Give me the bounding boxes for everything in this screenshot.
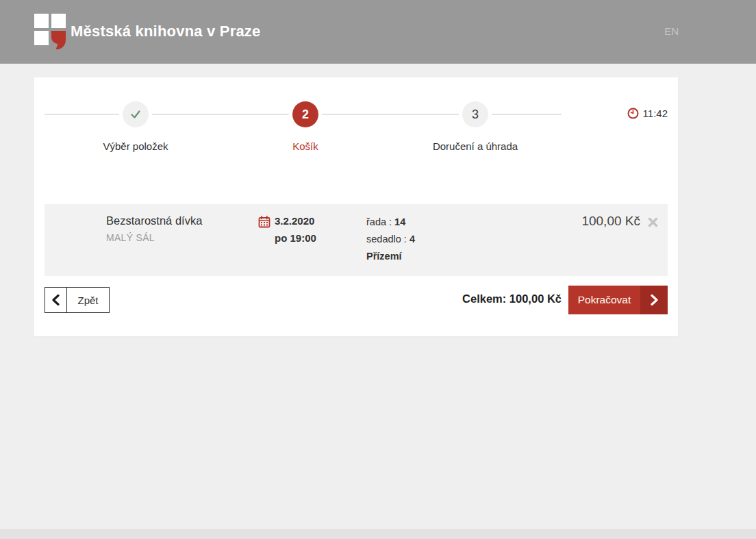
item-time: po 19:00 [275, 232, 316, 244]
checkout-card: 2 3 Výběr položek Košík Doručení a úhrad… [34, 77, 678, 336]
calendar-icon [258, 216, 270, 228]
step-2-label[interactable]: Košík [223, 140, 388, 152]
item-titles: Bezstarostná dívka MALÝ SÁL [106, 214, 202, 243]
chevron-right-icon [640, 286, 668, 314]
cart-item-row: Bezstarostná dívka MALÝ SÁL 3.2.2020 po … [45, 204, 668, 276]
library-logo-icon [34, 14, 67, 49]
back-button-label: Zpět [67, 288, 109, 312]
item-price: 100,00 Kč [581, 214, 640, 229]
continue-button[interactable]: Pokračovat [568, 286, 668, 314]
cart-total: Celkem: 100,00 Kč [462, 292, 562, 305]
back-button[interactable]: Zpět [45, 287, 110, 313]
item-seat-number: sedadlo : 4 [366, 231, 415, 248]
remove-item-button[interactable] [646, 216, 659, 228]
clock-icon [627, 108, 639, 119]
check-icon [129, 108, 142, 121]
step-2-number: 2 [302, 108, 309, 122]
continue-button-label: Pokračovat [568, 286, 640, 314]
language-link[interactable]: EN [664, 25, 679, 37]
step-3-number: 3 [472, 108, 479, 122]
step-3-circle: 3 [462, 101, 488, 127]
step-1-label[interactable]: Výběr položek [53, 140, 218, 152]
chevron-left-icon [45, 288, 67, 312]
item-seat-info: řada : 14 sedadlo : 4 Přízemí [366, 214, 415, 265]
total-value: 100,00 Kč [509, 292, 562, 305]
session-timer: 11:42 [627, 108, 668, 119]
item-venue: MALÝ SÁL [106, 232, 202, 243]
item-title: Bezstarostná dívka [106, 214, 202, 227]
item-date: 3.2.2020 [275, 215, 314, 227]
item-floor: Přízemí [366, 248, 415, 265]
step-1-circle[interactable] [123, 101, 149, 127]
total-label: Celkem: [462, 292, 509, 305]
timer-value: 11:42 [643, 108, 668, 119]
footer-bar [0, 529, 756, 539]
header: Městská knihovna v Praze EN [0, 0, 756, 64]
page: Městská knihovna v Praze EN 2 3 Výběr po… [0, 0, 756, 539]
app-title: Městská knihovna v Praze [71, 23, 260, 40]
close-icon [648, 217, 658, 227]
item-seat-row: řada : 14 [366, 214, 415, 231]
step-3-label: Doručení a úhrada [393, 140, 557, 152]
step-2-circle[interactable]: 2 [292, 101, 318, 127]
